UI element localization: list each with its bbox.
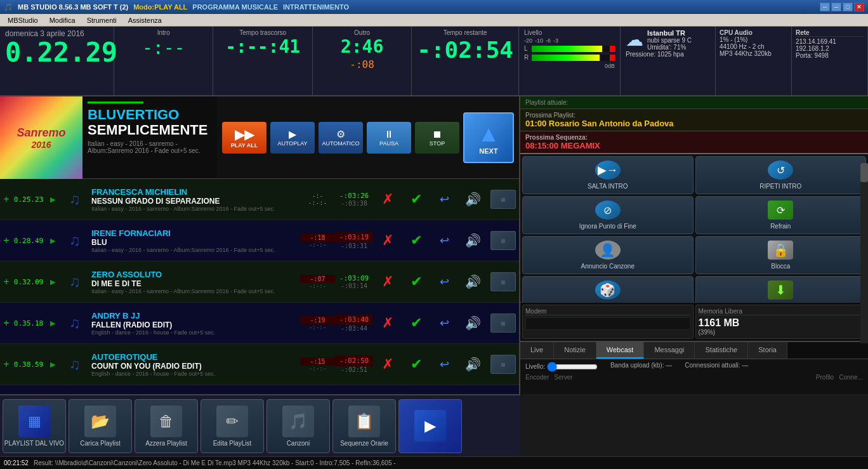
next-button[interactable]: ▲ NEXT <box>463 112 514 163</box>
row-thumb-1: ▦ <box>487 190 519 209</box>
playlist-row[interactable]: + 0.32.09 ▶ ♫ ZERO ASSOLUTO DI ME E DI T… <box>0 261 519 303</box>
left-panel: Sanremo 2016 BLUVERTIGO SEMPLICEMENTE It… <box>0 96 520 394</box>
row-add-4[interactable]: + <box>0 317 13 329</box>
row-info-1: FRANCESCA MICHIELIN NESSUN GRADO DI SEPA… <box>89 186 300 213</box>
menu-assistenza[interactable]: Assistenza <box>123 15 167 25</box>
date-time-section: domenica 3 aprile 2016 0.22.29 <box>0 27 114 95</box>
sequenze-orarie-button[interactable]: 📋 Sequenze Orarie <box>332 399 396 453</box>
net-local: 192.168.1.2 <box>796 45 864 52</box>
tab-webcast[interactable]: Webcast <box>596 342 645 359</box>
row-play-4[interactable]: ▶ <box>44 319 60 327</box>
playlist-actual-label: Playlist attuale: <box>525 99 863 106</box>
ripeti-intro-button[interactable]: ↺ RIPETI INTRO <box>695 156 867 194</box>
menu-mbstudio[interactable]: MBStudio <box>3 15 43 25</box>
automatico-button[interactable]: ⚙ AUTOMATICO <box>319 122 363 154</box>
row-elapsed-3: -:07 -:-:- <box>300 275 335 289</box>
play-all-button[interactable]: ▶▶ PLAY ALL <box>222 122 266 154</box>
row-add-3[interactable]: + <box>0 276 13 287</box>
row-check-2[interactable]: ✔ <box>402 232 430 249</box>
row-vol-5[interactable]: 🔊 <box>459 357 487 372</box>
restore-button[interactable]: □ <box>843 3 853 11</box>
row-arrow-4[interactable]: ↩ <box>430 316 459 330</box>
stop-button[interactable]: ⏹ STOP <box>415 122 459 154</box>
scrollbar-thumb[interactable] <box>860 163 868 182</box>
ignora-punto-button[interactable]: ⊘ Ignora Punto di Fine <box>522 196 694 234</box>
row-vol-4[interactable]: 🔊 <box>459 315 487 331</box>
row-x-5[interactable]: ✗ <box>373 356 402 373</box>
song-title: SEMPLICEMENTE <box>88 122 212 138</box>
row-x-2[interactable]: ✗ <box>373 232 402 249</box>
row-arrow-2[interactable]: ↩ <box>430 234 459 248</box>
row-icon-4: ♫ <box>60 314 89 332</box>
pausa-button[interactable]: ⏸ PAUSA <box>367 122 411 154</box>
tab-messaggi[interactable]: Messaggi <box>644 342 695 359</box>
tab-live[interactable]: Live <box>520 342 554 359</box>
playlist-dal-vivo-button[interactable]: ▦ PLAYLIST DAL VIVO <box>3 399 66 453</box>
livello-slider[interactable] <box>547 362 598 372</box>
row-arrow-5[interactable]: ↩ <box>430 357 459 371</box>
intro-label: Intro <box>157 29 170 36</box>
files-casuali-button[interactable]: 🎲 Files Casuali <box>522 276 694 302</box>
row-add-1[interactable]: + <box>0 194 13 205</box>
song-info-area: BLUVERTIGO SEMPLICEMENTE Italian - easy … <box>82 96 217 178</box>
edita-playlist-button[interactable]: ✏ Edita PlayList <box>201 399 264 453</box>
row-vol-2[interactable]: 🔊 <box>459 233 487 248</box>
download-button[interactable]: ⬇ Download <box>695 276 867 302</box>
close-button[interactable]: ✕ <box>854 3 864 11</box>
row-arrow-1[interactable]: ↩ <box>430 192 459 206</box>
row-check-5[interactable]: ✔ <box>402 356 430 373</box>
row-check-4[interactable]: ✔ <box>402 315 430 331</box>
row-add-5[interactable]: + <box>0 359 13 370</box>
song-artist: BLUVERTIGO <box>88 107 212 122</box>
playlist-info: Playlist attuale: <box>520 96 868 109</box>
playlist-label: PLAYLIST DAL VIVO <box>4 440 64 447</box>
row-check-3[interactable]: ✔ <box>402 274 430 290</box>
row-x-4[interactable]: ✗ <box>373 315 402 331</box>
blocca-button[interactable]: 🔒 Blocca <box>695 236 867 274</box>
menu-strumenti[interactable]: Strumenti <box>82 15 122 25</box>
azzera-playlist-button[interactable]: 🗑 Azzera Playlist <box>135 399 198 453</box>
playlist-row[interactable]: + 0.25.23 ▶ ♫ FRANCESCA MICHIELIN NESSUN… <box>0 179 519 220</box>
memory-box: Memoria Libera 1161 MB (39%) <box>695 305 867 339</box>
right-buttons-grid: ▶→ SALTA INTRO ↺ RIPETI INTRO ⊘ Ignora P… <box>520 154 868 302</box>
row-play-5[interactable]: ▶ <box>44 360 60 369</box>
playlist-row[interactable]: + 0.35.18 ▶ ♫ ANDRY B JJ FALLEN (RADIO E… <box>0 303 519 344</box>
playlist-row[interactable]: + 0.28.49 ▶ ♫ IRENE FORNACIARI BLU Itali… <box>0 220 519 261</box>
playlist-row[interactable]: + 0.38.59 ▶ ♫ AUTOEROTIQUE COUNT ON YOU … <box>0 344 519 385</box>
autoplay-button[interactable]: ▶ AUTOPLAY <box>270 122 315 154</box>
row-check-1[interactable]: ✔ <box>402 191 430 208</box>
row-x-3[interactable]: ✗ <box>373 274 402 290</box>
net-label: Rete <box>796 29 864 37</box>
net-section: Rete 213.14.169.41 192.168.1.2 Porta: 94… <box>792 27 868 95</box>
arrows-button[interactable]: ↔ <box>820 3 830 11</box>
server-label: Server <box>554 374 572 381</box>
canzoni-button[interactable]: 🎵 Canzoni <box>266 399 330 453</box>
right-scrollbar[interactable] <box>860 163 868 343</box>
row-info-5: AUTOEROTIQUE COUNT ON YOU (RADIO EDIT) E… <box>89 351 300 378</box>
refrain-button[interactable]: ⟳ Refrain <box>695 196 867 234</box>
next-sequence-value: 08:15:00 MEGAMIX <box>525 141 863 150</box>
row-vol-1[interactable]: 🔊 <box>459 192 487 207</box>
next-playlist-section: Prossima Playlist: 01:00 Rosario San Ant… <box>520 109 868 131</box>
play-button[interactable]: ▶ <box>398 399 462 453</box>
transport-controls: ▶▶ PLAY ALL ▶ AUTOPLAY ⚙ AUTOMATICO ⏸ PA… <box>217 96 519 178</box>
row-x-1[interactable]: ✗ <box>373 191 402 208</box>
menu-modifica[interactable]: Modifica <box>44 15 81 25</box>
row-add-2[interactable]: + <box>0 235 13 246</box>
next-playlist-name: 01:00 Rosario San Antonio da Padova <box>525 119 863 128</box>
row-vol-3[interactable]: 🔊 <box>459 274 487 289</box>
carica-playlist-button[interactable]: 📂 Carica Playlist <box>69 399 132 453</box>
row-play-1[interactable]: ▶ <box>44 195 60 204</box>
row-arrow-3[interactable]: ↩ <box>430 275 459 289</box>
tab-statistiche[interactable]: Statistiche <box>695 342 748 359</box>
row-play-2[interactable]: ▶ <box>44 237 60 245</box>
annuncio-canzone-button[interactable]: 👤 Annuncio Canzone <box>522 236 694 274</box>
tab-storia[interactable]: Storia <box>748 342 787 359</box>
playlist-row[interactable]: + 0.41.50 ▶ ♫ CRISTIAN MARCHI AND MAX MY… <box>0 385 519 394</box>
minimize-button[interactable]: ─ <box>831 3 841 11</box>
row-play-3[interactable]: ▶ <box>44 278 60 286</box>
tab-notizie[interactable]: Notizie <box>554 342 596 359</box>
playlist-area[interactable]: + 0.25.23 ▶ ♫ FRANCESCA MICHIELIN NESSUN… <box>0 179 519 394</box>
salta-intro-button[interactable]: ▶→ SALTA INTRO <box>522 156 694 194</box>
outro-value: 2:46 <box>341 37 383 57</box>
